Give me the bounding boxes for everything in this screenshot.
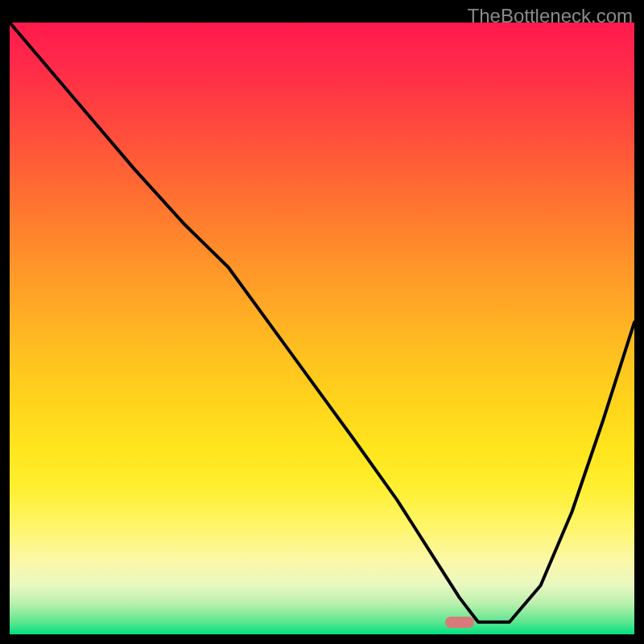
watermark-text: TheBottleneck.com [468,5,633,27]
bottleneck-curve [10,23,634,634]
optimal-point-marker [445,617,474,628]
chart-plot-area [10,23,634,634]
